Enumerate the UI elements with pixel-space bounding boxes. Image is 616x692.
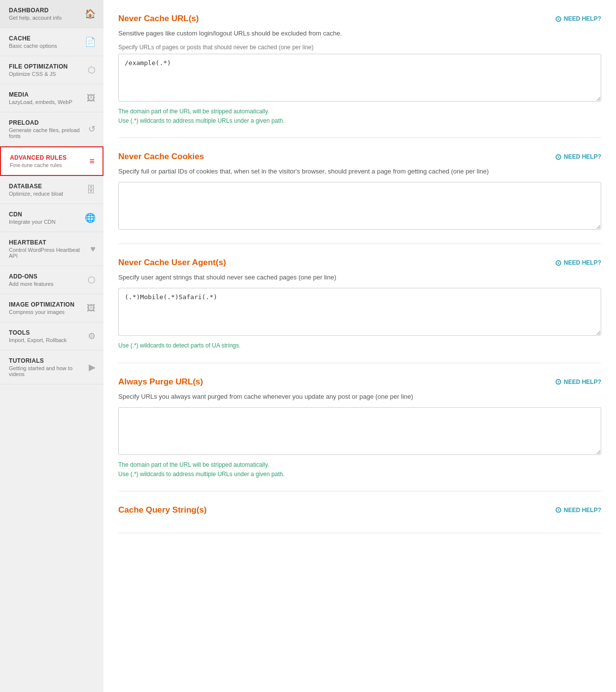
hint-line: Use (.*) wildcards to address multiple U… — [118, 470, 601, 479]
sidebar-icon-preload: ↺ — [88, 124, 96, 135]
sidebar-title-file-optimization: FILE OPTIMIZATION — [9, 63, 84, 70]
section-desc-never-cache-user-agents: Specify user agent strings that should n… — [118, 274, 601, 281]
need-help-never-cache-cookies[interactable]: ⊙NEED HELP? — [555, 152, 601, 162]
sidebar-sub-add-ons: Add more features — [9, 281, 84, 287]
need-help-never-cache-user-agents[interactable]: ⊙NEED HELP? — [555, 258, 601, 268]
sidebar-icon-media: 🖼 — [87, 93, 96, 104]
section-always-purge-urls: Always Purge URL(s)⊙NEED HELP?Specify UR… — [118, 363, 601, 491]
hint-line: The domain part of the URL will be strip… — [118, 107, 601, 116]
need-help-always-purge-urls[interactable]: ⊙NEED HELP? — [555, 377, 601, 386]
section-title-never-cache-urls: Never Cache URL(s) — [118, 14, 199, 24]
sidebar-sub-tools: Import, Export, Rollback — [9, 337, 84, 343]
section-desc-never-cache-urls: Sensitive pages like custom login/logout… — [118, 30, 601, 37]
sidebar-item-add-ons[interactable]: ADD-ONSAdd more features⬡ — [0, 266, 103, 294]
textarea-always-purge-urls[interactable] — [118, 407, 601, 455]
section-header-never-cache-user-agents: Never Cache User Agent(s)⊙NEED HELP? — [118, 258, 601, 268]
section-label-never-cache-urls: Specify URLs of pages or posts that shou… — [118, 44, 601, 51]
section-header-never-cache-cookies: Never Cache Cookies⊙NEED HELP? — [118, 152, 601, 162]
sidebar-title-tools: TOOLS — [9, 329, 84, 336]
sidebar-sub-tutorials: Getting started and how to videos — [9, 365, 85, 377]
sidebar-item-tools[interactable]: TOOLSImport, Export, Rollback⚙ — [0, 322, 103, 350]
sidebar-icon-heartbeat: ♥ — [90, 244, 96, 254]
sidebar-sub-preload: Generate cache files, preload fonts — [9, 127, 84, 139]
need-help-label-never-cache-user-agents: NEED HELP? — [564, 259, 601, 266]
hint-line: The domain part of the URL will be strip… — [118, 460, 601, 470]
hint-line: Use (.*) wildcards to address multiple U… — [118, 116, 601, 126]
sidebar-title-cache: CACHE — [9, 35, 81, 42]
sidebar-item-image-optimization[interactable]: IMAGE OPTIMIZATIONCompress your images🖼 — [0, 294, 103, 322]
sidebar-title-dashboard: DASHBOARD — [9, 7, 81, 14]
section-header-cache-query-strings: Cache Query String(s)⊙NEED HELP? — [118, 505, 601, 515]
sidebar-item-tutorials[interactable]: TUTORIALSGetting started and how to vide… — [0, 350, 103, 384]
sidebar-item-cache[interactable]: CACHEBasic cache options📄 — [0, 28, 103, 56]
sidebar-sub-heartbeat: Control WordPress Heartbeat API — [9, 247, 86, 259]
sidebar-item-preload[interactable]: PRELOADGenerate cache files, preload fon… — [0, 112, 103, 146]
sidebar-item-database[interactable]: DATABASEOptimize, reduce bloat🗄 — [0, 176, 103, 204]
section-desc-always-purge-urls: Specify URLs you always want purged from… — [118, 393, 601, 400]
sidebar-icon-cache: 📄 — [85, 36, 96, 47]
sidebar-icon-add-ons: ⬡ — [88, 275, 96, 285]
need-help-never-cache-urls[interactable]: ⊙NEED HELP? — [555, 14, 601, 24]
section-title-never-cache-cookies: Never Cache Cookies — [118, 152, 204, 162]
section-never-cache-user-agents: Never Cache User Agent(s)⊙NEED HELP?Spec… — [118, 244, 601, 363]
section-title-cache-query-strings: Cache Query String(s) — [118, 505, 207, 515]
sidebar-item-dashboard[interactable]: DASHBOARDGet help, account info🏠 — [0, 0, 103, 28]
sidebar-icon-tutorials: ▶ — [89, 362, 96, 373]
textarea-never-cache-user-agents[interactable] — [118, 288, 601, 336]
need-help-label-never-cache-cookies: NEED HELP? — [564, 153, 601, 160]
sidebar-title-image-optimization: IMAGE OPTIMIZATION — [9, 301, 83, 308]
sidebar-sub-database: Optimize, reduce bloat — [9, 191, 83, 197]
hint-line: Use (.*) wildcards to detect parts of UA… — [118, 341, 601, 350]
section-desc-never-cache-cookies: Specify full or partial IDs of cookies t… — [118, 168, 601, 175]
help-icon-never-cache-urls: ⊙ — [555, 14, 561, 24]
section-header-never-cache-urls: Never Cache URL(s)⊙NEED HELP? — [118, 14, 601, 24]
sidebar-icon-tools: ⚙ — [88, 331, 96, 342]
sidebar-item-advanced-rules[interactable]: ADVANCED RULESFine-tune cache rules≡ — [0, 146, 103, 176]
sidebar-title-add-ons: ADD-ONS — [9, 273, 84, 280]
hints-never-cache-user-agents: Use (.*) wildcards to detect parts of UA… — [118, 341, 601, 350]
need-help-label-cache-query-strings: NEED HELP? — [564, 507, 601, 514]
section-never-cache-urls: Never Cache URL(s)⊙NEED HELP?Sensitive p… — [118, 0, 601, 138]
sidebar-icon-database: 🗄 — [87, 185, 96, 195]
section-title-never-cache-user-agents: Never Cache User Agent(s) — [118, 258, 226, 268]
sidebar-title-heartbeat: HEARTBEAT — [9, 239, 86, 246]
sidebar-title-database: DATABASE — [9, 183, 83, 190]
sidebar-item-media[interactable]: MEDIALazyLoad, embeds, WebP🖼 — [0, 84, 103, 112]
main-content: Never Cache URL(s)⊙NEED HELP?Sensitive p… — [103, 0, 616, 692]
sidebar-title-media: MEDIA — [9, 91, 83, 98]
sidebar: DASHBOARDGet help, account info🏠CACHEBas… — [0, 0, 103, 692]
section-never-cache-cookies: Never Cache Cookies⊙NEED HELP?Specify fu… — [118, 138, 601, 244]
sidebar-icon-image-optimization: 🖼 — [87, 303, 96, 313]
sidebar-sub-dashboard: Get help, account info — [9, 15, 81, 21]
textarea-never-cache-urls[interactable] — [118, 54, 601, 102]
sidebar-sub-cdn: Integrate your CDN — [9, 219, 81, 225]
section-title-always-purge-urls: Always Purge URL(s) — [118, 377, 203, 387]
sidebar-sub-cache: Basic cache options — [9, 43, 81, 49]
help-icon-always-purge-urls: ⊙ — [555, 377, 561, 386]
sidebar-sub-media: LazyLoad, embeds, WebP — [9, 99, 83, 105]
section-cache-query-strings: Cache Query String(s)⊙NEED HELP? — [118, 491, 601, 533]
help-icon-never-cache-user-agents: ⊙ — [555, 258, 561, 268]
sidebar-item-file-optimization[interactable]: FILE OPTIMIZATIONOptimize CSS & JS⬡ — [0, 56, 103, 84]
help-icon-cache-query-strings: ⊙ — [555, 505, 561, 515]
sidebar-sub-advanced-rules: Fine-tune cache rules — [10, 162, 85, 168]
section-header-always-purge-urls: Always Purge URL(s)⊙NEED HELP? — [118, 377, 601, 387]
help-icon-never-cache-cookies: ⊙ — [555, 152, 561, 162]
sidebar-icon-advanced-rules: ≡ — [89, 156, 95, 167]
need-help-label-always-purge-urls: NEED HELP? — [564, 379, 601, 385]
sidebar-sub-image-optimization: Compress your images — [9, 309, 83, 315]
sidebar-item-heartbeat[interactable]: HEARTBEATControl WordPress Heartbeat API… — [0, 232, 103, 266]
need-help-cache-query-strings[interactable]: ⊙NEED HELP? — [555, 505, 601, 515]
sidebar-sub-file-optimization: Optimize CSS & JS — [9, 71, 84, 77]
sidebar-title-cdn: CDN — [9, 211, 81, 218]
sidebar-title-preload: PRELOAD — [9, 119, 84, 126]
textarea-never-cache-cookies[interactable] — [118, 182, 601, 230]
sidebar-item-cdn[interactable]: CDNIntegrate your CDN🌐 — [0, 204, 103, 232]
hints-never-cache-urls: The domain part of the URL will be strip… — [118, 107, 601, 126]
hints-always-purge-urls: The domain part of the URL will be strip… — [118, 460, 601, 479]
sidebar-title-tutorials: TUTORIALS — [9, 357, 85, 364]
sidebar-icon-file-optimization: ⬡ — [88, 65, 96, 75]
need-help-label-never-cache-urls: NEED HELP? — [564, 15, 601, 22]
sidebar-icon-dashboard: 🏠 — [85, 8, 96, 19]
sidebar-title-advanced-rules: ADVANCED RULES — [10, 154, 85, 161]
